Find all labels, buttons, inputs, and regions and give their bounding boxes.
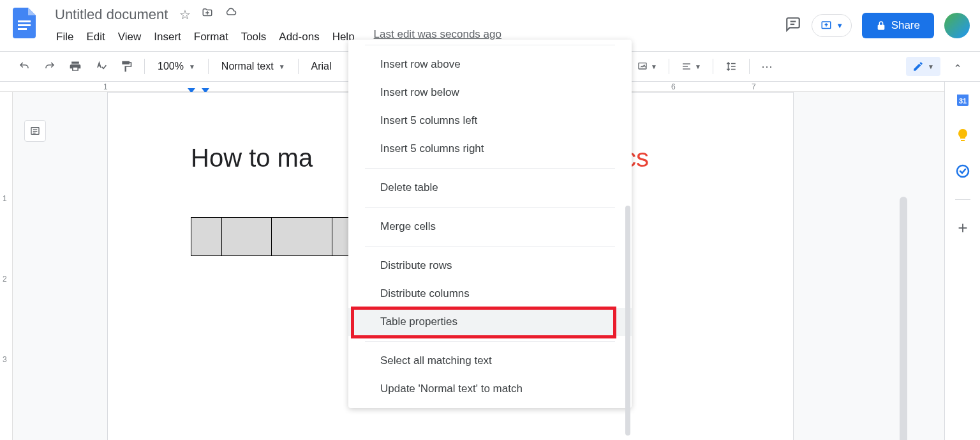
more-button[interactable]: ⋯ [756, 56, 778, 77]
menu-edit[interactable]: Edit [81, 28, 110, 46]
lock-icon [876, 20, 886, 31]
align-button[interactable]: ▼ [676, 57, 706, 75]
ruler-tick: 1 [103, 82, 108, 91]
collapse-toolbar-button[interactable] [948, 57, 967, 76]
ruler-tick: 7 [752, 82, 756, 91]
outline-button[interactable] [24, 120, 46, 142]
redo-button[interactable] [38, 57, 61, 76]
document-title[interactable]: Untitled document [51, 5, 172, 24]
calendar-icon[interactable]: 31 [955, 92, 970, 107]
ctx-insert-row-below[interactable]: Insert row below [348, 79, 632, 107]
vertical-scrollbar[interactable] [900, 197, 907, 440]
pencil-icon [912, 61, 924, 72]
docs-logo[interactable] [10, 5, 38, 41]
print-button[interactable] [64, 56, 87, 77]
ruler-tick: 6 [671, 82, 676, 91]
ctx-update-normal-text[interactable]: Update 'Normal text' to match [348, 375, 632, 403]
spellcheck-button[interactable] [89, 56, 112, 77]
chevron-down-icon: ▼ [928, 63, 934, 70]
chevron-down-icon: ▼ [279, 63, 285, 70]
keep-icon[interactable] [955, 128, 970, 143]
ctx-delete-table[interactable]: Delete table [348, 174, 632, 202]
ruler-tick: 1 [3, 194, 7, 203]
present-button[interactable]: ▼ [812, 14, 852, 37]
ctx-distribute-cols[interactable]: Distribute columns [348, 280, 632, 308]
ruler-tick: 3 [3, 355, 7, 364]
comments-icon[interactable] [785, 16, 801, 35]
chevron-down-icon: ▼ [189, 63, 195, 70]
table-cell[interactable] [272, 218, 332, 256]
tasks-icon[interactable] [955, 163, 970, 179]
ctx-insert-row-above[interactable]: Insert row above [348, 50, 632, 79]
editing-mode-button[interactable]: ▼ [906, 57, 940, 76]
avatar[interactable] [944, 13, 970, 38]
line-spacing-button[interactable] [720, 57, 743, 76]
svg-rect-2 [18, 28, 27, 30]
document-table[interactable] [191, 217, 352, 256]
move-icon[interactable] [201, 7, 214, 22]
ctx-insert-cols-left[interactable]: Insert 5 columns left [348, 107, 632, 135]
chevron-down-icon: ▼ [836, 22, 843, 29]
share-button[interactable]: Share [862, 13, 934, 38]
table-row[interactable] [191, 218, 352, 256]
add-addon-icon[interactable] [955, 220, 970, 236]
svg-rect-0 [18, 20, 31, 22]
table-cell[interactable] [191, 218, 222, 256]
menu-file[interactable]: File [51, 28, 78, 46]
menu-insert[interactable]: Insert [149, 28, 186, 46]
context-menu: Insert row above Insert row below Insert… [348, 40, 632, 408]
menu-view[interactable]: View [113, 28, 147, 46]
star-icon[interactable]: ☆ [179, 7, 191, 22]
font-select[interactable]: Arial [305, 57, 338, 76]
svg-text:31: 31 [958, 97, 966, 105]
ruler-tick: 2 [3, 275, 7, 284]
share-label: Share [891, 19, 920, 32]
ctx-table-properties[interactable]: Table properties [348, 308, 632, 336]
cloud-icon[interactable] [224, 7, 238, 22]
menu-format[interactable]: Format [189, 28, 234, 46]
undo-button[interactable] [13, 57, 36, 76]
style-select[interactable]: Normal text▼ [215, 57, 292, 76]
svg-rect-1 [18, 24, 31, 26]
ctx-select-matching[interactable]: Select all matching text [348, 347, 632, 375]
vertical-ruler[interactable]: 1 2 3 [0, 92, 13, 440]
menu-tools[interactable]: Tools [236, 28, 272, 46]
menu-addons[interactable]: Add-ons [274, 28, 324, 46]
paint-format-button[interactable] [115, 56, 138, 77]
ctx-merge-cells[interactable]: Merge cells [348, 213, 632, 241]
side-panel: 31 [944, 82, 980, 440]
ctx-distribute-rows[interactable]: Distribute rows [348, 252, 632, 280]
ctx-scrollbar[interactable] [625, 206, 630, 436]
zoom-select[interactable]: 100%▼ [151, 57, 202, 76]
ctx-insert-cols-right[interactable]: Insert 5 columns right [348, 135, 632, 163]
table-cell[interactable] [222, 218, 272, 256]
image-options-button[interactable]: ▼ [632, 57, 662, 75]
